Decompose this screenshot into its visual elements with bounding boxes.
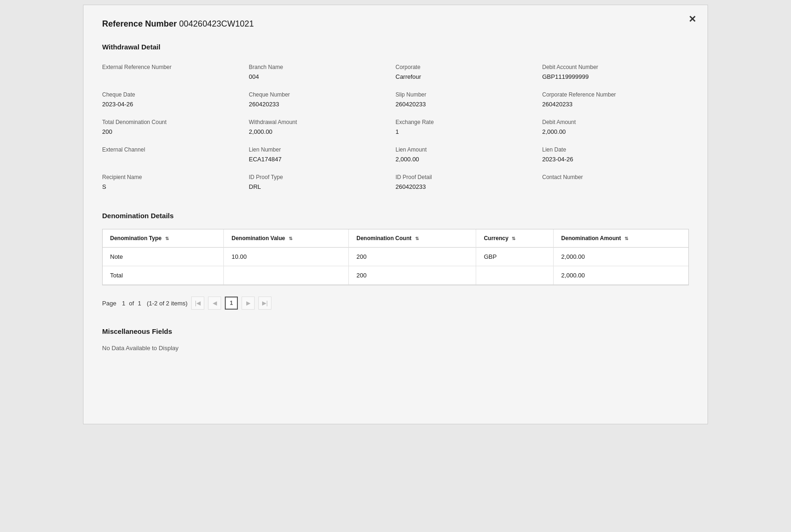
sort-icon-currency: ⇅	[512, 236, 515, 241]
total-pages: 1	[138, 300, 141, 307]
detail-cell-id-proof-detail: ID Proof Detail 260420233	[396, 170, 542, 198]
detail-cell-corp-ref: Corporate Reference Number 260420233	[542, 88, 689, 115]
reference-title: Reference Number	[102, 19, 177, 28]
value-lien-number: ECA174847	[249, 156, 396, 163]
denomination-table-container: Denomination Type ⇅ Denomination Value ⇅…	[102, 229, 689, 285]
detail-cell-id-proof-type: ID Proof Type DRL	[249, 170, 396, 198]
detail-cell-debit-amount: Debit Amount 2,000.00	[542, 115, 689, 143]
value-slip-number: 260420233	[396, 101, 542, 108]
sort-icon-amount: ⇅	[624, 236, 628, 241]
detail-cell-debit-account: Debit Account Number GBP1119999999	[542, 60, 689, 88]
detail-cell-withdrawal-amount: Withdrawal Amount 2,000.00	[249, 115, 396, 143]
label-denom-count: Total Denomination Count	[102, 119, 249, 125]
cell-count-note: 200	[349, 248, 476, 266]
value-lien-amount: 2,000.00	[396, 156, 542, 163]
detail-cell-cheque-number: Cheque Number 260420233	[249, 88, 396, 115]
value-denom-count: 200	[102, 128, 249, 135]
cell-type-total: Total	[103, 266, 224, 285]
of-label: of	[129, 300, 134, 307]
detail-cell-denom-count: Total Denomination Count 200	[102, 115, 249, 143]
pagination-bar: Page 1 of 1 (1-2 of 2 items) |◀ ◀ 1 ▶ ▶|	[102, 293, 689, 313]
col-header-currency[interactable]: Currency ⇅	[476, 229, 554, 248]
cell-type-note: Note	[103, 248, 224, 266]
value-branch-name: 004	[249, 73, 396, 80]
cell-value-note: 10.00	[224, 248, 349, 266]
detail-cell-cheque-date: Cheque Date 2023-04-26	[102, 88, 249, 115]
detail-cell-exchange-rate: Exchange Rate 1	[396, 115, 542, 143]
value-corporate: Carrefour	[396, 73, 542, 80]
col-header-amount[interactable]: Denomination Amount ⇅	[554, 229, 688, 248]
label-cheque-number: Cheque Number	[249, 91, 396, 98]
label-corp-ref: Corporate Reference Number	[542, 91, 689, 98]
label-debit-amount: Debit Amount	[542, 119, 689, 125]
label-branch-name: Branch Name	[249, 64, 396, 70]
value-recipient-name: S	[102, 183, 249, 190]
label-exchange-rate: Exchange Rate	[396, 119, 542, 125]
label-id-proof-type: ID Proof Type	[249, 174, 396, 180]
withdrawal-detail-grid: External Reference Number Branch Name 00…	[102, 60, 689, 198]
value-exchange-rate: 1	[396, 128, 542, 135]
close-button[interactable]: ✕	[688, 14, 696, 25]
cell-value-total	[224, 266, 349, 285]
page-number-button[interactable]: 1	[225, 297, 238, 310]
col-header-type[interactable]: Denomination Type ⇅	[103, 229, 224, 248]
value-id-proof-type: DRL	[249, 183, 396, 190]
table-header-row: Denomination Type ⇅ Denomination Value ⇅…	[103, 229, 688, 248]
next-page-button[interactable]: ▶	[242, 297, 255, 310]
detail-cell-corporate: Corporate Carrefour	[396, 60, 542, 88]
last-page-button[interactable]: ▶|	[258, 297, 271, 310]
prev-page-button[interactable]: ◀	[208, 297, 221, 310]
page-label: Page	[102, 300, 116, 307]
misc-section-title: Miscellaneous Fields	[102, 327, 689, 335]
value-id-proof-detail: 260420233	[396, 183, 542, 190]
label-lien-amount: Lien Amount	[396, 146, 542, 153]
sort-icon-type: ⇅	[165, 236, 169, 241]
detail-cell-external-channel: External Channel	[102, 143, 249, 170]
value-corp-ref: 260420233	[542, 101, 689, 108]
table-row-total: Total 200 2,000.00	[103, 266, 688, 285]
current-page-display: 1	[122, 300, 125, 307]
value-cheque-number: 260420233	[249, 101, 396, 108]
cell-amount-total: 2,000.00	[554, 266, 688, 285]
detail-cell-branch-name: Branch Name 004	[249, 60, 396, 88]
col-header-count[interactable]: Denomination Count ⇅	[349, 229, 476, 248]
miscellaneous-section: Miscellaneous Fields No Data Available t…	[102, 327, 689, 352]
label-external-ref: External Reference Number	[102, 64, 249, 70]
reference-header: Reference Number 004260423CW1021	[102, 19, 689, 29]
label-recipient-name: Recipient Name	[102, 174, 249, 180]
label-corporate: Corporate	[396, 64, 542, 70]
label-contact-number: Contact Number	[542, 174, 689, 180]
no-data-message: No Data Available to Display	[102, 345, 689, 352]
sort-icon-value: ⇅	[289, 236, 292, 241]
cell-amount-note: 2,000.00	[554, 248, 688, 266]
label-external-channel: External Channel	[102, 146, 249, 153]
value-withdrawal-amount: 2,000.00	[249, 128, 396, 135]
detail-cell-external-ref: External Reference Number	[102, 60, 249, 88]
sort-icon-count: ⇅	[415, 236, 419, 241]
label-withdrawal-amount: Withdrawal Amount	[249, 119, 396, 125]
value-debit-amount: 2,000.00	[542, 128, 689, 135]
withdrawal-section-title: Withdrawal Detail	[102, 43, 689, 51]
detail-cell-lien-date: Lien Date 2023-04-26	[542, 143, 689, 170]
reference-number: 004260423CW1021	[179, 19, 254, 28]
label-lien-date: Lien Date	[542, 146, 689, 153]
col-header-value[interactable]: Denomination Value ⇅	[224, 229, 349, 248]
label-debit-account: Debit Account Number	[542, 64, 689, 70]
cell-count-total: 200	[349, 266, 476, 285]
detail-cell-lien-number: Lien Number ECA174847	[249, 143, 396, 170]
detail-cell-recipient-name: Recipient Name S	[102, 170, 249, 198]
value-debit-account: GBP1119999999	[542, 73, 689, 80]
denomination-section-title: Denomination Details	[102, 212, 689, 220]
items-info: (1-2 of 2 items)	[147, 300, 187, 307]
table-row: Note 10.00 200 GBP 2,000.00	[103, 248, 688, 266]
value-cheque-date: 2023-04-26	[102, 101, 249, 108]
modal-container: ✕ Reference Number 004260423CW1021 Withd…	[83, 5, 708, 424]
label-lien-number: Lien Number	[249, 146, 396, 153]
detail-cell-slip-number: Slip Number 260420233	[396, 88, 542, 115]
value-lien-date: 2023-04-26	[542, 156, 689, 163]
cell-currency-total	[476, 266, 554, 285]
cell-currency-note: GBP	[476, 248, 554, 266]
detail-cell-contact-number: Contact Number	[542, 170, 689, 198]
first-page-button[interactable]: |◀	[191, 297, 204, 310]
label-cheque-date: Cheque Date	[102, 91, 249, 98]
